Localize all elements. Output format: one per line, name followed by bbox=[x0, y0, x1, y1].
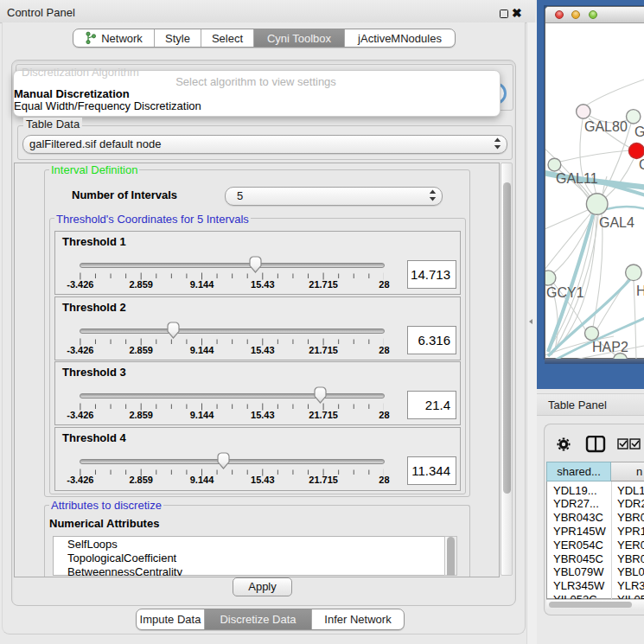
svg-text:GAL11: GAL11 bbox=[556, 171, 598, 186]
svg-text:GA: GA bbox=[634, 124, 644, 139]
svg-text:H: H bbox=[636, 284, 644, 298]
svg-text:GAL80: GAL80 bbox=[584, 119, 628, 134]
svg-text:C: C bbox=[639, 157, 644, 172]
svg-text:GCY1: GCY1 bbox=[546, 285, 584, 300]
svg-text:HAP2: HAP2 bbox=[592, 340, 628, 354]
svg-text:GAL4: GAL4 bbox=[599, 215, 634, 230]
